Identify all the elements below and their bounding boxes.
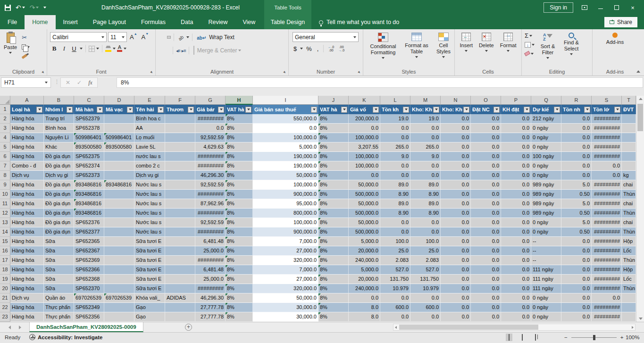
cell-A21[interactable]: Dịch vụ	[10, 293, 44, 303]
cell-H21[interactable]: 8%	[226, 293, 253, 303]
cell-J13[interactable]: 8%	[318, 218, 349, 227]
vertical-scrollbar[interactable]	[636, 96, 644, 322]
cell-P16[interactable]: 0.0	[501, 246, 531, 256]
cell-A16[interactable]: Hàng hóa	[10, 246, 44, 256]
cell-R14[interactable]: 0.50	[561, 227, 592, 237]
table-header-P1[interactable]: KH đặt	[501, 105, 531, 114]
cell-R17[interactable]: 0.0	[561, 256, 592, 265]
table-header-B1[interactable]: Nhóm l	[44, 105, 74, 114]
cell-J22[interactable]: 8%	[318, 303, 349, 312]
cell-S16[interactable]: #########	[592, 246, 622, 256]
cell-D8[interactable]	[104, 171, 134, 180]
cell-M6[interactable]: 9.0	[410, 152, 441, 161]
cell-D13[interactable]	[104, 218, 134, 227]
row-header-9[interactable]: 9	[0, 180, 10, 190]
cell-E19[interactable]: Sữa tươi E	[134, 275, 165, 284]
row-header-13[interactable]: 13	[0, 218, 10, 227]
cell-M8[interactable]: 0.0	[410, 171, 441, 180]
share-button[interactable]: Share	[604, 17, 637, 27]
cell-L4[interactable]: 0.0	[380, 133, 410, 142]
cell-B7[interactable]: Đồ gia dụn	[44, 161, 74, 171]
row-header-18[interactable]: 18	[0, 265, 10, 275]
cell-F19[interactable]	[165, 275, 195, 284]
cell-C13[interactable]: SP652376	[74, 218, 104, 227]
middle-align-button[interactable]	[163, 36, 166, 38]
column-header-S[interactable]: S	[592, 96, 622, 105]
cell-T12[interactable]: Thùn	[622, 209, 636, 218]
select-all-corner[interactable]	[0, 96, 10, 105]
column-header-D[interactable]: D	[104, 96, 134, 105]
cell-L13[interactable]: 0.0	[380, 218, 410, 227]
column-header-O[interactable]: O	[471, 96, 501, 105]
cell-B19[interactable]: Sữa	[44, 275, 74, 284]
filter-dropdown-icon[interactable]	[311, 107, 317, 113]
cell-N13[interactable]: 0.0	[441, 218, 471, 227]
cell-N17[interactable]: 0.0	[441, 256, 471, 265]
cell-I13[interactable]: 100,000.0	[253, 218, 318, 227]
row-header-23[interactable]: 23	[0, 312, 10, 322]
delete-cells-button[interactable]: × Delete	[477, 31, 496, 68]
cell-L11[interactable]: 89.0	[380, 199, 410, 209]
filter-dropdown-icon[interactable]	[188, 107, 194, 113]
formula-input[interactable]: 8%	[117, 77, 643, 88]
cell-K15[interactable]: 5,000.0	[349, 237, 380, 246]
cell-Q6[interactable]: 100 ngày	[531, 152, 561, 161]
tab-table-design[interactable]: Table Design	[264, 15, 311, 29]
cell-N4[interactable]: 0.0	[441, 133, 471, 142]
cell-J11[interactable]: 8%	[318, 199, 349, 209]
cell-M22[interactable]: 600.0	[410, 303, 441, 312]
table-header-Q1[interactable]: Dự kiế	[531, 105, 561, 114]
column-header-J[interactable]: J	[318, 96, 349, 105]
cell-N12[interactable]: 0.0	[441, 209, 471, 218]
cell-J5[interactable]: 8%	[318, 142, 349, 152]
cell-M21[interactable]: 0.0	[410, 293, 441, 303]
cell-A10[interactable]: Hàng hóa	[10, 190, 44, 199]
underline-button[interactable]: U	[70, 45, 78, 52]
scroll-left-icon[interactable]	[395, 326, 397, 329]
scroll-right-icon[interactable]	[632, 326, 634, 329]
cell-H3[interactable]: 8%	[226, 124, 253, 133]
cell-I22[interactable]: 30,000.0	[253, 303, 318, 312]
cell-G8[interactable]: 46,296.30	[195, 171, 226, 180]
cell-R2[interactable]: 0.0	[561, 114, 592, 124]
cell-K2[interactable]: 200,000.0	[349, 114, 380, 124]
cell-C11[interactable]: 893486816	[74, 199, 104, 209]
cell-H5[interactable]: 8%	[226, 142, 253, 152]
cell-G4[interactable]: 92,592.59	[195, 133, 226, 142]
table-header-O1[interactable]: Đặt NC	[471, 105, 501, 114]
table-header-K1[interactable]: Giá vố	[349, 105, 380, 114]
cell-D21[interactable]: 697026539	[104, 293, 134, 303]
filter-dropdown-icon[interactable]	[341, 107, 347, 113]
cell-J7[interactable]: 8%	[318, 161, 349, 171]
cell-B14[interactable]: Đồ gia dụn	[44, 227, 74, 237]
cell-Q10[interactable]: 989 ngày	[531, 190, 561, 199]
cell-P15[interactable]: 0.0	[501, 237, 531, 246]
cell-T22[interactable]	[622, 303, 636, 312]
cell-M12[interactable]: 8.90	[410, 209, 441, 218]
cell-B5[interactable]: Khác	[44, 142, 74, 152]
cell-Q3[interactable]: 0 ngày	[531, 124, 561, 133]
filter-dropdown-icon[interactable]	[614, 107, 620, 113]
zoom-slider[interactable]	[571, 337, 617, 338]
cell-M3[interactable]: 0.0	[410, 124, 441, 133]
cell-S23[interactable]: #########	[592, 312, 622, 322]
name-box[interactable]: H71	[1, 77, 51, 88]
cell-H14[interactable]: 8%	[226, 227, 253, 237]
fill-button[interactable]: ↓	[525, 41, 535, 48]
cell-E6[interactable]: nước lau s	[134, 152, 165, 161]
cell-O11[interactable]: 0.0	[471, 199, 501, 209]
cell-L10[interactable]: 8.90	[380, 190, 410, 199]
cell-E21[interactable]: Khóa vali_	[134, 293, 165, 303]
page-layout-view-button[interactable]	[519, 334, 526, 341]
cell-P12[interactable]: 0.0	[501, 209, 531, 218]
cell-L18[interactable]: 527.0	[380, 265, 410, 275]
cell-R23[interactable]: 0.0	[561, 312, 592, 322]
page-break-view-button[interactable]	[532, 334, 539, 341]
cell-A7[interactable]: Combo - đ	[10, 161, 44, 171]
row-header-6[interactable]: 6	[0, 152, 10, 161]
cell-H16[interactable]: 8%	[226, 246, 253, 256]
cell-A22[interactable]: Hàng hóa	[10, 303, 44, 312]
cell-O6[interactable]: 0.0	[471, 152, 501, 161]
cell-H17[interactable]: 8%	[226, 256, 253, 265]
cell-B16[interactable]: Sữa	[44, 246, 74, 256]
